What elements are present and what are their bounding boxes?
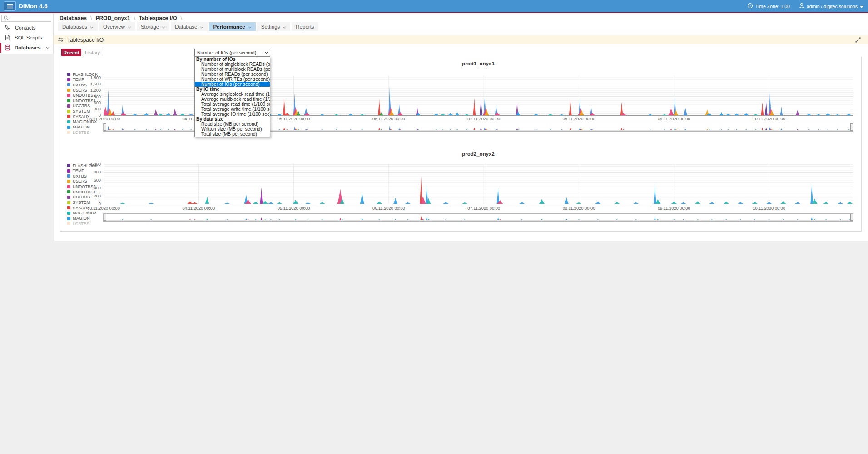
app-title: DiMon 4.6: [19, 0, 48, 12]
search-input[interactable]: [10, 15, 47, 21]
dropdown-option-total-average-write-time-1-100-sec[interactable]: Total average write time (1/100 sec): [195, 107, 270, 112]
chevron-down-icon: [90, 24, 94, 30]
breadcrumb-item-tablespace-i-o[interactable]: Tablespace I/O: [139, 15, 177, 21]
legend-swatch: [67, 169, 70, 173]
tab-storage[interactable]: Storage: [137, 22, 169, 31]
dropdown-option-number-of-ios-per-second[interactable]: Number of IOs (per second): [195, 82, 270, 87]
user-menu[interactable]: admin / digitec.solutions: [799, 3, 863, 10]
dropdown-option-average-multiblock-read-time-1-100-sec[interactable]: Average multiblock read time (1/100 sec): [195, 97, 270, 102]
legend-item-magionidx[interactable]: MAGIONIDX: [67, 211, 97, 215]
tab-performance[interactable]: Performance: [209, 22, 255, 31]
sidebar-search[interactable]: [1, 15, 51, 22]
chevron-down-icon: [162, 24, 165, 30]
tab-bar: DatabasesOverviewStorageDatabasePerforma…: [58, 22, 318, 31]
sidebar: ContactsSQL ScriptsDatabases: [0, 13, 54, 54]
x-axis-tick: 09.11.2020 00:00: [658, 206, 690, 211]
legend-swatch: [67, 104, 70, 108]
timezone-control[interactable]: Time Zone: 1:00: [747, 3, 790, 10]
legend-item-sysaux[interactable]: SYSAUX: [67, 206, 90, 210]
legend-swatch: [67, 196, 70, 199]
legend-swatch: [67, 164, 70, 167]
chevron-down-icon: [200, 24, 203, 30]
dropdown-option-number-of-writes-per-second[interactable]: Number of WRITEs (per second): [195, 77, 270, 82]
breadcrumb-separator: \: [134, 15, 135, 21]
chevron-down-icon: [128, 24, 131, 30]
dropdown-option-total-average-read-time-1-100-sec[interactable]: Total average read time (1/100 sec): [195, 102, 270, 107]
legend-swatch: [67, 201, 70, 204]
app-header: DiMon 4.6 Time Zone: 1:00 admin / digite…: [0, 0, 868, 12]
metric-dropdown-list: By number of IOsNumber of singleblock RE…: [194, 56, 270, 137]
dropdown-option-number-of-singleblock-reads-per-second[interactable]: Number of singleblock READs (per second): [195, 62, 270, 67]
y-axis-tick: 200: [80, 194, 101, 198]
legend-swatch: [67, 83, 70, 86]
sidebar-item-sql-scripts[interactable]: SQL Scripts: [0, 33, 53, 43]
sidebar-item-databases[interactable]: Databases: [0, 43, 53, 53]
x-axis-tick: 10.11.2020 00:00: [753, 206, 785, 211]
x-axis-tick: 05.11.2020 00:00: [278, 117, 310, 121]
legend-swatch: [67, 174, 70, 178]
legend-swatch: [67, 206, 70, 209]
tab-databases[interactable]: Databases: [58, 22, 98, 31]
hamburger-menu-button[interactable]: [4, 1, 16, 11]
legend-swatch: [67, 110, 70, 113]
legend-item-lobtbs[interactable]: LOBTBS: [67, 130, 89, 134]
legend-label: MAGIONIDX: [73, 211, 97, 215]
tab-label: Database: [175, 24, 197, 30]
legend-item-lobtbs[interactable]: LOBTBS: [67, 222, 89, 226]
legend-swatch: [67, 212, 70, 215]
metric-select[interactable]: Number of IOs (per second): [194, 49, 271, 56]
legend-swatch: [67, 217, 70, 220]
y-axis-tick: 900: [80, 94, 101, 99]
legend-item-magion[interactable]: MAGION: [67, 217, 90, 221]
breadcrumb-separator: \: [90, 15, 92, 21]
x-axis-tick: 09.11.2020 00:00: [658, 117, 690, 121]
breadcrumb-item-prod-onyx1[interactable]: PROD_onyx1: [95, 15, 130, 21]
legend-swatch: [67, 126, 70, 129]
legend-swatch: [67, 185, 70, 188]
tab-database[interactable]: Database: [171, 22, 208, 31]
dropdown-option-number-of-reads-per-second[interactable]: Number of READs (per second): [195, 72, 270, 77]
x-axis-tick: 06.11.2020 00:00: [372, 206, 405, 211]
dropdown-option-total-size-mb-per-second[interactable]: Total size (MB per second): [195, 132, 270, 137]
tab-label: Storage: [141, 24, 159, 30]
user-label: admin / digitec.solutions: [807, 4, 858, 9]
dropdown-option-written-size-mb-per-second[interactable]: Written size (MB per second): [195, 127, 270, 132]
y-axis-tick: 1,200: [80, 88, 101, 93]
recent-button[interactable]: Recent: [61, 49, 81, 56]
x-axis-tick: 06.11.2020 00:00: [372, 117, 405, 121]
expand-icon[interactable]: [855, 37, 861, 43]
y-axis-tick: 0: [80, 202, 101, 206]
tab-reports[interactable]: Reports: [292, 22, 318, 31]
legend-swatch: [67, 120, 70, 123]
legend-swatch: [67, 131, 70, 134]
clock-icon: [747, 3, 753, 10]
y-axis-tick: 1,500: [80, 82, 101, 86]
dropdown-option-average-singleblock-read-time-1-100-sec[interactable]: Average singleblock read time (1/100 sec…: [195, 92, 270, 97]
history-button[interactable]: History: [82, 49, 103, 56]
range-navigator-prod2-onyx2[interactable]: [103, 213, 853, 222]
legend-item-magion[interactable]: MAGION: [67, 125, 90, 129]
database-icon: [5, 44, 10, 51]
breadcrumb-item-databases[interactable]: Databases: [60, 15, 87, 21]
chevron-down-icon: [264, 51, 268, 54]
tab-label: Reports: [296, 24, 314, 30]
dropdown-option-number-of-multiblock-reads-per-second[interactable]: Number of multiblock READs (per second): [195, 67, 270, 72]
charts-panel: prod1_onyx1FLASHLOCKTEMPUXTBSUSERSUNDOTB…: [60, 57, 862, 232]
sidebar-item-contacts[interactable]: Contacts: [0, 23, 53, 33]
tab-settings[interactable]: Settings: [257, 22, 291, 31]
hamburger-icon: [7, 2, 13, 10]
dropdown-group-header: By IO time: [195, 87, 270, 92]
dropdown-option-read-size-mb-per-second[interactable]: Read size (MB per second): [195, 122, 270, 127]
legend-label: MAGION: [73, 216, 90, 221]
y-axis-tick: 300: [80, 107, 101, 111]
tab-label: Performance: [213, 24, 245, 30]
tab-overview[interactable]: Overview: [99, 22, 135, 31]
chevron-down-icon: [46, 47, 50, 49]
panel-header: Tablespace I/O: [54, 35, 868, 44]
sidebar-item-label: SQL Scripts: [15, 35, 42, 40]
swap-arrows-icon: [58, 37, 64, 42]
chart-plot-prod2-onyx2[interactable]: [104, 164, 853, 204]
dropdown-option-total-average-io-time-1-100-sec[interactable]: Total average IO time (1/100 sec): [195, 112, 270, 117]
metric-select-value: Number of IOs (per second): [197, 50, 256, 55]
tab-label: Databases: [62, 24, 87, 30]
